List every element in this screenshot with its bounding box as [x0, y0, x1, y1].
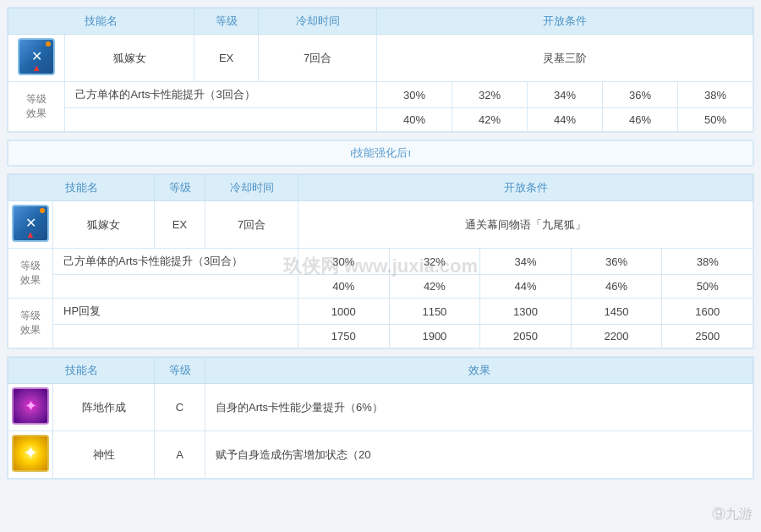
val-2-3: 44% [527, 108, 602, 132]
effect-desc-2b [53, 275, 298, 299]
logo: ⑨九游 [712, 506, 753, 524]
val-2-2: 42% [452, 108, 528, 132]
header-row-3: 技能名 等级 效果 [8, 358, 753, 384]
skill-icon-cell-1: ✕ ▲ [8, 35, 65, 82]
val2-3-4: 1450 [571, 299, 662, 325]
val2-3-1: 1000 [298, 299, 390, 325]
val-2-5: 50% [677, 108, 753, 132]
skill-icon-cell-2: ✕ ▲ [8, 201, 53, 249]
val2-2-1: 40% [298, 275, 390, 299]
effect-label-1: 等级效果 [8, 82, 65, 132]
page-container: 技能名 等级 冷却时间 开放条件 ✕ ▲ [0, 0, 761, 493]
section2-table: 技能名 等级 冷却时间 开放条件 ✕ ▲ [7, 173, 754, 349]
passive-row-1: ✦ 阵地作成 C 自身的Arts卡性能少量提升（6%） [8, 384, 753, 431]
val2-3-3: 1300 [480, 299, 572, 325]
val-1-4: 36% [602, 82, 677, 108]
val2-4-2: 1900 [389, 325, 480, 348]
skill-condition-2: 通关幕间物语「九尾狐」 [298, 201, 753, 249]
effect-desc-2a: 己方单体的Arts卡性能提升（3回合） [53, 249, 298, 275]
skill-name-1: 狐嫁女 [65, 35, 194, 82]
passive-effect-1: 自身的Arts卡性能少量提升（6%） [205, 384, 753, 431]
section1-table: 技能名 等级 冷却时间 开放条件 ✕ ▲ [7, 7, 754, 133]
col-unlock: 开放条件 [377, 8, 753, 35]
passive-icon-purple: ✦ [12, 387, 49, 425]
skill-icon-cross-2: ✕ [25, 217, 36, 230]
passive-level-1: C [155, 384, 205, 431]
skill-cooldown-1: 7回合 [259, 35, 377, 82]
val2-4-1: 1750 [298, 325, 390, 348]
val-2-1: 40% [377, 108, 452, 132]
divider-section: ı技能强化后ı [7, 140, 754, 167]
col-level: 等级 [194, 8, 258, 35]
passive-icon-symbol-1: ✦ [25, 397, 37, 415]
col2-cooldown: 冷却时间 [205, 175, 298, 201]
val-1-2: 32% [452, 82, 528, 108]
passive-icon-gold: ✦ [12, 435, 49, 472]
val2-4-3: 2050 [480, 325, 572, 348]
val2-4-4: 2200 [571, 325, 662, 348]
skill-icon-blue-1: ✕ ▲ [18, 38, 55, 75]
col2-level: 等级 [155, 175, 205, 201]
effect-desc-1: 己方单体的Arts卡性能提升（3回合） [65, 82, 377, 108]
col3-skill-name: 技能名 [8, 358, 155, 384]
divider-text: ı技能强化后ı [8, 141, 753, 166]
passive-name-1: 阵地作成 [53, 384, 155, 431]
val2-2-2: 42% [389, 275, 480, 299]
header-row-1: 技能名 等级 冷却时间 开放条件 [8, 8, 753, 35]
effect-desc-2c: HP回复 [53, 299, 298, 325]
val2-2-4: 46% [571, 275, 662, 299]
sparkle-decoration [46, 41, 51, 47]
passive-row-2: ✦ 神性 A 赋予自身造成伤害增加状态（20 [8, 431, 753, 479]
val-2-4: 46% [602, 108, 677, 132]
col-skill-name: 技能名 [8, 8, 194, 35]
val-1-5: 38% [677, 82, 753, 108]
effect-row-2b: 40% 42% 44% 46% 50% [8, 275, 753, 299]
divider-row: ı技能强化后ı [8, 141, 753, 166]
passive-icon-cell-2: ✦ [8, 431, 53, 479]
effect-label-2c: 等级效果 [8, 299, 53, 348]
arrow-up-icon: ▲ [32, 63, 41, 73]
val2-4-5: 2500 [662, 325, 753, 348]
skill-level-2: EX [155, 201, 205, 249]
val2-1-2: 32% [389, 249, 480, 275]
skill-name-2: 狐嫁女 [53, 201, 155, 249]
passive-effect-2: 赋予自身造成伤害增加状态（20 [205, 431, 753, 479]
effect-row-2a: 等级效果 己方单体的Arts卡性能提升（3回合） 30% 32% 34% 36%… [8, 249, 753, 275]
header-row-2: 技能名 等级 冷却时间 开放条件 [8, 175, 753, 201]
skill-icon-blue-2: ✕ ▲ [12, 205, 49, 242]
effect-row-2c: 等级效果 HP回复 1000 1150 1300 1450 1600 [8, 299, 753, 325]
col2-skill-name: 技能名 [8, 175, 155, 201]
val2-3-5: 1600 [662, 299, 753, 325]
skill-condition-1: 灵基三阶 [377, 35, 753, 82]
val2-2-5: 50% [662, 275, 753, 299]
skill-level-1: EX [194, 35, 258, 82]
val2-1-5: 38% [662, 249, 753, 275]
col3-level: 等级 [155, 358, 205, 384]
passive-level-2: A [155, 431, 205, 479]
val-1-1: 30% [377, 82, 452, 108]
val2-2-3: 44% [480, 275, 572, 299]
col3-effect: 效果 [205, 358, 753, 384]
passive-icon-symbol-2: ✦ [23, 442, 38, 464]
skill-cooldown-2: 7回合 [205, 201, 298, 249]
effect-row-1b: 40% 42% 44% 46% 50% [8, 108, 753, 132]
skill-row-2: ✕ ▲ 狐嫁女 EX 7回合 通关幕间物语「九尾狐」 [8, 201, 753, 249]
val2-1-4: 36% [571, 249, 662, 275]
skill-row-1: ✕ ▲ 狐嫁女 EX 7回合 灵基三阶 [8, 35, 753, 82]
skill-icon-cross: ✕ [31, 50, 42, 63]
section3-table: 技能名 等级 效果 ✦ 阵地作成 C [7, 356, 754, 480]
val-1-3: 34% [527, 82, 602, 108]
effect-row-2d: 1750 1900 2050 2200 2500 [8, 325, 753, 348]
val2-3-2: 1150 [389, 299, 480, 325]
val2-1-3: 34% [480, 249, 572, 275]
col2-unlock: 开放条件 [298, 175, 753, 201]
passive-icon-cell-1: ✦ [8, 384, 53, 431]
effect-label-2a: 等级效果 [8, 249, 53, 299]
val2-1-1: 30% [298, 249, 390, 275]
effect-row-1a: 等级效果 己方单体的Arts卡性能提升（3回合） 30% 32% 34% 36%… [8, 82, 753, 108]
arrow-up-icon-2: ▲ [26, 229, 36, 239]
passive-name-2: 神性 [53, 431, 155, 479]
effect-desc-2d [53, 325, 298, 348]
sparkle-decoration-2 [40, 208, 45, 213]
effect-desc-1b [65, 108, 377, 132]
